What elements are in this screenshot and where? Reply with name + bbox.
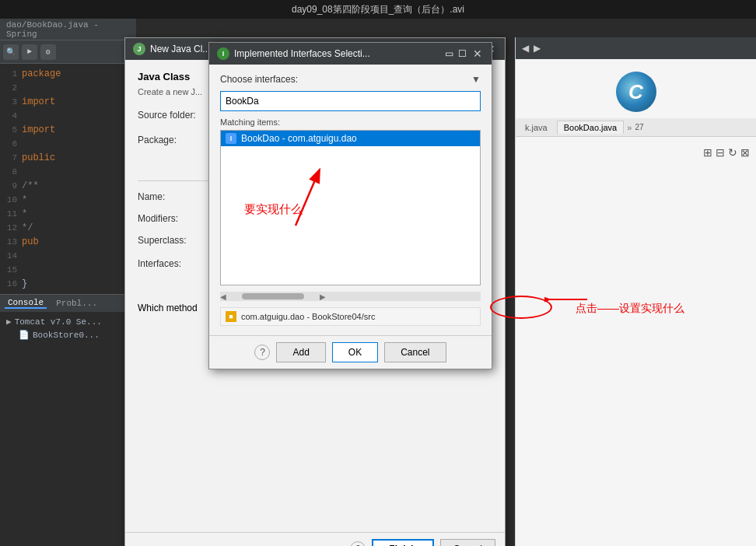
code-line: 8	[0, 165, 136, 179]
matching-list: I BookDao - com.atguigu.dao	[220, 130, 481, 285]
front-cancel-btn[interactable]: Cancel	[384, 342, 446, 362]
search-input[interactable]	[220, 91, 481, 111]
code-line: 11 *	[0, 207, 136, 221]
choose-interfaces-label: Choose interfaces:	[220, 74, 298, 85]
code-line: 13 pub	[0, 235, 136, 249]
cancel-btn-bottom[interactable]: Cancel	[440, 539, 495, 546]
horizontal-scrollbar[interactable]: ◀ ▶	[220, 292, 481, 301]
front-help-icon[interactable]: ?	[254, 345, 270, 360]
front-ok-btn[interactable]: OK	[332, 342, 378, 362]
maximize-icon-front[interactable]: ☐	[458, 48, 467, 59]
right-tool-4[interactable]: ⊠	[740, 146, 750, 159]
code-line: 12 */	[0, 221, 136, 235]
code-tab-label: dao/BookDao.java - Spring	[6, 20, 130, 39]
code-line: 6	[0, 137, 136, 151]
package-label: Package:	[138, 135, 215, 145]
source-label: ■ com.atguigu.dao - BookStore04/src	[220, 307, 481, 326]
implemented-interfaces-dialog: I Implemented Interfaces Selecti... ▭ ☐ …	[208, 42, 492, 369]
right-tool-3[interactable]: ↻	[728, 146, 737, 159]
eclipse-logo-container: C	[516, 59, 756, 118]
console-item-bookstore: 📄 BookStore0...	[6, 328, 130, 341]
matching-item[interactable]: I BookDao - com.atguigu.dao	[221, 131, 480, 146]
dialog-front-title: Implemented Interfaces Selecti...	[234, 48, 370, 59]
code-line: 7public	[0, 151, 136, 165]
right-panel-fwd-btn[interactable]: ▶	[534, 43, 541, 54]
finish-btn[interactable]: Finish	[372, 539, 433, 546]
code-line: 5import	[0, 123, 136, 137]
tomcat-label: Tomcat v7.0 Se...	[15, 317, 102, 327]
right-tool-1[interactable]: ⊞	[703, 146, 712, 159]
tab-count-badge: 27	[635, 123, 643, 131]
front-add-btn[interactable]: Add	[276, 342, 325, 362]
toolbar-run-btn[interactable]: ►	[22, 44, 37, 60]
dialog-front-bottom: ? Add OK Cancel	[209, 335, 492, 369]
code-line: 9/**	[0, 179, 136, 193]
console-tree: ▶ Tomcat v7.0 Se... 📄 BookStore0...	[0, 312, 136, 345]
scroll-left-btn[interactable]: ◀	[220, 292, 226, 301]
code-line: 4	[0, 109, 136, 123]
dialog-front-body: Choose interfaces: ▼ Matching items: I B…	[209, 65, 492, 335]
code-line: 1package	[0, 67, 136, 81]
console-tab-problems[interactable]: Probl...	[53, 299, 100, 308]
interfaces-label: Interfaces:	[138, 256, 215, 269]
dialog-behind-icon: J	[133, 43, 145, 55]
close-icon-front[interactable]: ✕	[471, 47, 484, 60]
modifiers-label: Modifiers:	[138, 213, 215, 224]
right-panel-toolbar: ◀ ▶	[516, 37, 756, 59]
scroll-right-btn[interactable]: ▶	[320, 292, 326, 301]
dialog-front-titlebar: I Implemented Interfaces Selecti... ▭ ☐ …	[209, 43, 492, 65]
console-tabs: Console Probl...	[0, 295, 136, 312]
dialog-front-title-left: I Implemented Interfaces Selecti...	[217, 47, 370, 60]
eclipse-logo: C	[616, 72, 656, 112]
code-panel: dao/BookDao.java - Spring 🔍 ► ⚙ 1package…	[0, 19, 136, 546]
dialog-front-window-controls: ▭ ☐ ✕	[445, 47, 484, 60]
dialog-front-icon: I	[217, 47, 229, 60]
right-tool-2[interactable]: ⊟	[716, 146, 725, 159]
code-toolbar: 🔍 ► ⚙	[0, 40, 136, 64]
matching-label: Matching items:	[220, 117, 481, 127]
bookstore-label: BookStore0...	[33, 331, 100, 340]
choose-interfaces-row: Choose interfaces: ▼	[220, 74, 481, 85]
matching-item-text: BookDao - com.atguigu.dao	[241, 133, 357, 144]
source-icon: ■	[226, 311, 236, 322]
more-tabs-icon[interactable]: »	[627, 123, 632, 132]
minimize-icon-front[interactable]: ▭	[445, 48, 453, 59]
name-label: Name:	[138, 191, 215, 202]
code-line: 16}	[0, 277, 136, 291]
console-item-tomcat: ▶ Tomcat v7.0 Se...	[6, 315, 130, 328]
dropdown-icon[interactable]: ▼	[471, 74, 481, 85]
source-folder-label: Source folder:	[138, 110, 215, 121]
book-icon: 📄	[19, 330, 30, 340]
right-tabs: k.java BookDao.java » 27	[516, 118, 756, 137]
right-tab-kjava[interactable]: k.java	[519, 121, 554, 134]
code-tab-bar: dao/BookDao.java - Spring	[0, 19, 136, 40]
code-line: 10 *	[0, 193, 136, 207]
right-panel: ◀ ▶ C k.java BookDao.java » 27 ⊞ ⊟ ↻ ⊠	[515, 37, 756, 546]
right-panel-bottom-toolbar: ⊞ ⊟ ↻ ⊠	[522, 143, 750, 162]
console-tab-console[interactable]: Console	[5, 298, 47, 309]
ide-background: dao/BookDao.java - Spring 🔍 ► ⚙ 1package…	[0, 19, 756, 546]
source-text: com.atguigu.dao - BookStore04/src	[241, 312, 375, 321]
code-line: 14	[0, 249, 136, 263]
dialog-behind-title: New Java Cl...	[150, 44, 210, 54]
right-panel-back-btn[interactable]: ◀	[522, 43, 529, 54]
dialog-behind-title-left: J New Java Cl...	[133, 43, 210, 55]
code-line: 2	[0, 81, 136, 95]
console-panel: Console Probl... ▶ Tomcat v7.0 Se... 📄 B…	[0, 294, 136, 418]
title-bar: day09_08第四阶段项目_查询（后台）.avi	[0, 0, 756, 19]
right-tab-bookdao[interactable]: BookDao.java	[557, 121, 625, 134]
which-method-label: Which method	[138, 303, 198, 313]
dialog-behind-bottom: ? Finish Cancel	[125, 532, 505, 546]
title-text: day09_08第四阶段项目_查询（后台）.avi	[292, 4, 464, 15]
scrollbar-thumb[interactable]	[242, 293, 304, 299]
code-line: 15	[0, 263, 136, 277]
toolbar-search-btn[interactable]: 🔍	[3, 44, 19, 60]
code-lines: 1package 2 3import 4 5import 6 7public 8…	[0, 64, 136, 294]
matching-item-icon: I	[226, 133, 236, 144]
toolbar-settings-btn[interactable]: ⚙	[40, 44, 56, 60]
superclass-label: Superclass:	[138, 235, 215, 246]
right-panel-content: ⊞ ⊟ ↻ ⊠	[516, 137, 756, 168]
help-icon[interactable]: ?	[350, 541, 366, 546]
code-line: 3import	[0, 95, 136, 109]
